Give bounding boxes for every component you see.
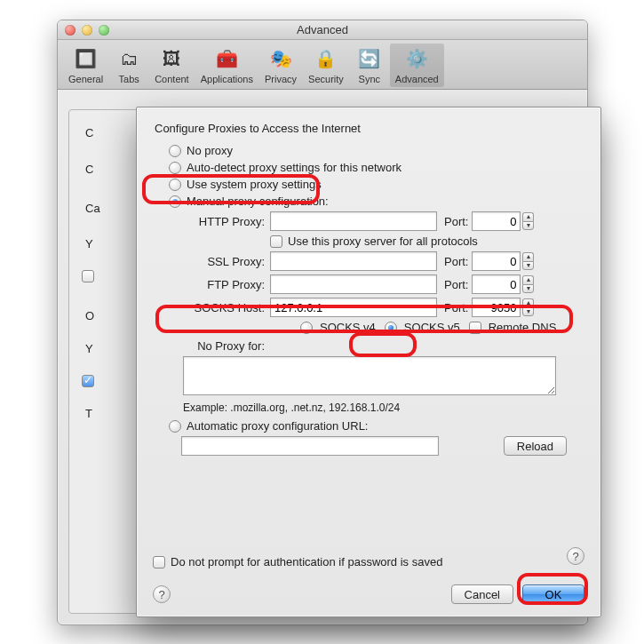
bg-label: T xyxy=(85,407,92,420)
radio-no-proxy[interactable]: No proxy xyxy=(169,144,584,157)
radio-icon xyxy=(385,322,397,334)
advanced-icon: ⚙️ xyxy=(403,45,430,72)
tabs-icon: 🗂 xyxy=(115,45,142,72)
http-proxy-input[interactable] xyxy=(270,211,437,231)
auth-prompt-label: Do not prompt for authentication if pass… xyxy=(171,555,442,568)
proxy-sheet: Configure Proxies to Access the Internet… xyxy=(136,107,601,617)
applications-icon: 🧰 xyxy=(213,45,240,72)
ftp-proxy-input[interactable] xyxy=(270,274,437,294)
bg-label: Y xyxy=(85,342,93,355)
port-label: Port: xyxy=(444,301,468,314)
remote-dns-label: Remote DNS xyxy=(489,321,557,334)
ftp-proxy-label: FTP Proxy: xyxy=(183,278,265,291)
sync-icon: 🔄 xyxy=(356,45,383,72)
toolbar-content[interactable]: 🖼Content xyxy=(149,44,195,87)
zoom-icon[interactable] xyxy=(99,25,109,36)
bg-label: O xyxy=(85,309,94,322)
bg-checkbox[interactable] xyxy=(82,270,94,282)
use-for-all-label: Use this proxy server for all protocols xyxy=(288,235,478,248)
toolbar: 🔲General 🗂Tabs 🖼Content 🧰Applications 🎭P… xyxy=(58,40,587,90)
security-icon: 🔒 xyxy=(313,45,339,72)
titlebar[interactable]: Advanced xyxy=(58,20,587,40)
ftp-port-input[interactable] xyxy=(472,274,521,294)
window-title: Advanced xyxy=(58,23,587,36)
ssl-port-input[interactable] xyxy=(472,251,521,271)
socks-host-input[interactable] xyxy=(270,298,437,317)
http-port-stepper[interactable]: ▲▼ xyxy=(522,212,534,230)
ftp-port-stepper[interactable]: ▲▼ xyxy=(522,275,534,293)
radio-icon xyxy=(300,322,313,334)
http-port-input[interactable] xyxy=(472,211,521,231)
close-icon[interactable] xyxy=(65,25,76,36)
reload-button[interactable]: Reload xyxy=(504,436,567,456)
minimize-icon[interactable] xyxy=(82,25,92,36)
ssl-port-stepper[interactable]: ▲▼ xyxy=(522,252,534,270)
radio-icon xyxy=(169,162,181,174)
use-for-all-checkbox[interactable] xyxy=(270,235,282,248)
socks-port-input[interactable] xyxy=(472,298,521,317)
manual-proxy-form: HTTP Proxy: Port: ▲▼ Use this proxy serv… xyxy=(183,211,584,398)
toolbar-tabs[interactable]: 🗂Tabs xyxy=(109,44,148,87)
port-label: Port: xyxy=(444,255,468,268)
toolbar-security[interactable]: 🔒Security xyxy=(303,44,349,87)
socks-port-stepper[interactable]: ▲▼ xyxy=(522,298,534,316)
ssl-proxy-label: SSL Proxy: xyxy=(183,255,265,268)
bg-label: Ca xyxy=(85,202,100,215)
radio-icon xyxy=(169,420,181,433)
help-icon[interactable]: ? xyxy=(567,547,584,565)
socks-v5-radio[interactable]: SOCKS v5 xyxy=(404,321,460,334)
socks-v4-radio[interactable]: SOCKS v4 xyxy=(320,321,376,334)
ok-button[interactable]: OK xyxy=(522,584,584,604)
radio-auto-detect[interactable]: Auto-detect proxy settings for this netw… xyxy=(169,161,584,174)
http-proxy-label: HTTP Proxy: xyxy=(183,215,265,228)
toolbar-privacy[interactable]: 🎭Privacy xyxy=(259,44,302,87)
bg-label: Y xyxy=(85,237,93,250)
no-proxy-for-label: No Proxy for: xyxy=(183,339,265,353)
help-icon[interactable]: ? xyxy=(153,585,171,603)
bg-checkbox[interactable] xyxy=(82,375,94,387)
toolbar-advanced[interactable]: ⚙️Advanced xyxy=(390,44,444,87)
cancel-button[interactable]: Cancel xyxy=(451,584,513,604)
ssl-proxy-input[interactable] xyxy=(270,251,437,271)
socks-host-label: SOCKS Host: xyxy=(183,301,265,314)
pac-url-input[interactable] xyxy=(181,436,439,456)
radio-icon xyxy=(169,145,181,157)
auth-prompt-checkbox[interactable] xyxy=(153,556,165,568)
bg-label: C xyxy=(85,163,93,176)
port-label: Port: xyxy=(444,215,468,228)
bg-label: C xyxy=(85,126,93,139)
remote-dns-checkbox[interactable] xyxy=(469,322,481,334)
radio-manual-proxy[interactable]: Manual proxy configuration: xyxy=(169,195,584,208)
sheet-heading: Configure Proxies to Access the Internet xyxy=(155,122,584,135)
content-icon: 🖼 xyxy=(158,45,185,72)
toolbar-sync[interactable]: 🔄Sync xyxy=(350,44,389,87)
toolbar-applications[interactable]: 🧰Applications xyxy=(195,44,258,87)
radio-auto-config-url[interactable]: Automatic proxy configuration URL: xyxy=(169,419,584,433)
radio-icon xyxy=(169,195,181,208)
radio-system-proxy[interactable]: Use system proxy settings xyxy=(169,178,584,191)
no-proxy-for-input[interactable] xyxy=(183,356,556,395)
port-label: Port: xyxy=(444,278,468,291)
toolbar-general[interactable]: 🔲General xyxy=(63,44,108,87)
radio-icon xyxy=(169,179,181,191)
general-icon: 🔲 xyxy=(73,45,99,72)
example-text: Example: .mozilla.org, .net.nz, 192.168.… xyxy=(183,402,584,414)
privacy-icon: 🎭 xyxy=(267,45,294,72)
